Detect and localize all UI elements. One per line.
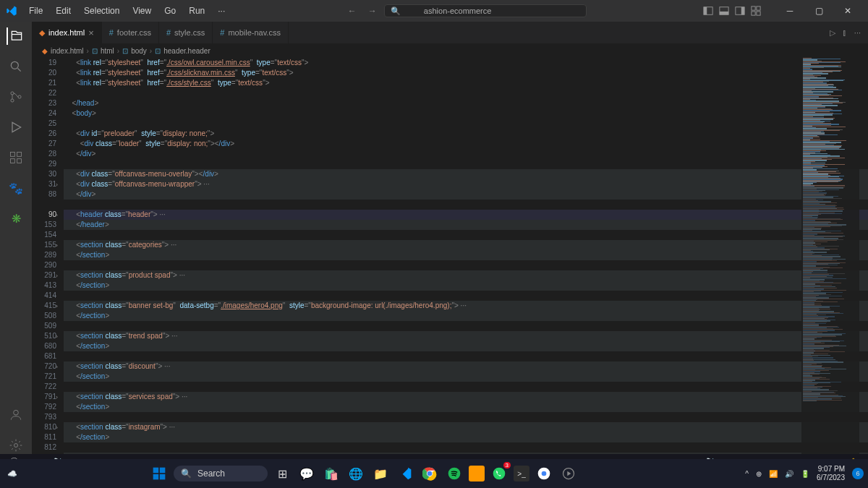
editor-area: ◆ index.html × # footer.css # style.css … (32, 22, 868, 454)
menu-selection[interactable]: Selection (78, 3, 125, 19)
explorer-icon[interactable] (7, 27, 24, 45)
start-button[interactable] (149, 463, 169, 484)
tab-index-html[interactable]: ◆ index.html × (32, 22, 102, 43)
layout-sidebar-left-icon[interactable] (703, 6, 713, 16)
search-label: Search (197, 468, 225, 479)
svg-rect-21 (160, 468, 166, 474)
svg-rect-15 (11, 159, 15, 163)
breadcrumb-item[interactable]: header.header (163, 47, 210, 55)
svg-rect-17 (17, 153, 22, 157)
menu-go[interactable]: Go (158, 3, 182, 19)
minimize-button[interactable]: ─ (775, 0, 804, 22)
element-icon: ⊡ (92, 47, 98, 55)
svg-point-19 (14, 444, 18, 448)
close-button[interactable]: ✕ (833, 0, 862, 22)
taskbar-vscode-icon[interactable] (395, 463, 415, 484)
taskbar-whatsapp-icon[interactable]: 3 (489, 463, 509, 484)
title-bar: File Edit Selection View Go Run ··· ← → … (0, 0, 868, 22)
menu-bar: File Edit Selection View Go Run ··· (23, 3, 231, 19)
svg-point-25 (427, 471, 433, 476)
tab-label: style.css (174, 28, 205, 37)
notification-count[interactable]: 6 (852, 468, 864, 479)
layout-sidebar-right-icon[interactable] (735, 6, 745, 16)
tray-wifi-icon[interactable]: 📶 (769, 470, 778, 478)
clock-date: 6/7/2023 (817, 474, 845, 482)
run-code-icon[interactable]: ▷ (830, 28, 835, 38)
minimap[interactable] (801, 58, 859, 454)
clock-time: 9:07 PM (817, 465, 845, 474)
svg-point-12 (11, 99, 14, 102)
taskbar-media-icon[interactable] (558, 463, 579, 484)
taskbar-weather[interactable]: ☁️ (7, 469, 17, 479)
tab-mobile-nav-css[interactable]: # mobile-nav.css (213, 22, 289, 43)
weather-icon: ☁️ (7, 469, 17, 479)
close-tab-icon[interactable]: × (88, 27, 94, 38)
command-center[interactable]: 🔍 ashion-ecommerce (384, 4, 587, 17)
settings-gear-icon[interactable] (7, 437, 25, 454)
source-control-icon[interactable] (7, 88, 25, 106)
svg-rect-3 (720, 12, 728, 14)
mongodb-icon[interactable]: ❋ (7, 210, 25, 227)
svg-rect-20 (153, 468, 159, 474)
pets-icon[interactable]: 🐾 (7, 179, 25, 197)
windows-taskbar: ☁️ 🔍 Search ⊞ 💬 🛍️ 🌐 📁 3 >_ ^ ⊕ 📶 🔊 🔋 9:… (0, 459, 868, 488)
css-file-icon: # (166, 28, 171, 37)
code-content[interactable]: <link rel="stylesheet" href="./css/owl.c… (64, 58, 868, 454)
accounts-icon[interactable] (7, 406, 25, 424)
taskbar-explorer-icon[interactable]: 📁 (370, 463, 391, 484)
html-file-icon: ◆ (39, 28, 45, 38)
extensions-icon[interactable] (7, 149, 25, 166)
tray-language-icon[interactable]: ⊕ (756, 470, 762, 478)
menu-edit[interactable]: Edit (50, 3, 77, 19)
svg-rect-8 (752, 12, 755, 15)
breadcrumb-item[interactable]: index.html (51, 47, 84, 55)
svg-point-11 (11, 92, 14, 95)
taskbar-chat-icon[interactable]: 💬 (297, 463, 317, 484)
svg-rect-16 (17, 159, 22, 163)
maximize-button[interactable]: ▢ (804, 0, 833, 22)
nav-forward-icon[interactable]: → (368, 6, 377, 16)
breadcrumb-item[interactable]: html (101, 47, 114, 55)
svg-rect-5 (741, 7, 744, 15)
taskbar-search[interactable]: 🔍 Search (174, 466, 268, 481)
taskbar-chrome-icon[interactable] (420, 463, 440, 484)
nav-back-icon[interactable]: ← (348, 6, 357, 16)
layout-customize-icon[interactable] (751, 6, 761, 16)
tab-style-css[interactable]: # style.css (159, 22, 213, 43)
activity-bar: 🐾 ❋ (0, 22, 32, 454)
task-view-icon[interactable]: ⊞ (272, 463, 292, 484)
tray-chevron-icon[interactable]: ^ (745, 470, 749, 478)
svg-point-27 (493, 468, 506, 480)
svg-rect-23 (160, 474, 166, 480)
menu-file[interactable]: File (23, 3, 48, 19)
tab-footer-css[interactable]: # footer.css (102, 22, 159, 43)
menu-run[interactable]: Run (183, 3, 210, 19)
menu-view[interactable]: View (127, 3, 157, 19)
taskbar-spotify-icon[interactable] (444, 463, 464, 484)
taskbar-edge-icon[interactable]: 🌐 (346, 463, 366, 484)
tab-label: footer.css (117, 28, 151, 37)
split-editor-icon[interactable]: ⫿ (843, 28, 847, 37)
breadcrumb-item[interactable]: body (131, 47, 147, 55)
tray-battery-icon[interactable]: 🔋 (801, 470, 809, 478)
taskbar-clock[interactable]: 9:07 PM 6/7/2023 (817, 465, 845, 482)
svg-point-13 (18, 95, 21, 98)
code-editor[interactable]: 19202122232425262728293031›8890›15315415… (32, 58, 868, 454)
search-icon: 🔍 (391, 7, 401, 16)
menu-more[interactable]: ··· (212, 3, 231, 19)
search-icon[interactable] (7, 58, 25, 75)
taskbar-store-icon[interactable]: 🛍️ (321, 463, 341, 484)
breadcrumb[interactable]: ◆ index.html › ⊡ html › ⊡ body › ⊡ heade… (32, 43, 868, 58)
taskbar-sublime-icon[interactable] (469, 466, 485, 481)
taskbar-terminal-icon[interactable]: >_ (514, 466, 529, 481)
search-icon: 🔍 (181, 468, 192, 479)
tab-label: mobile-nav.css (228, 28, 281, 37)
editor-tabs: ◆ index.html × # footer.css # style.css … (32, 22, 868, 43)
tray-volume-icon[interactable]: 🔊 (785, 470, 793, 478)
taskbar-chrome2-icon[interactable] (534, 463, 554, 484)
vscode-logo-icon (6, 5, 17, 17)
run-debug-icon[interactable] (7, 119, 25, 136)
element-icon: ⊡ (122, 47, 128, 55)
layout-panel-icon[interactable] (719, 6, 729, 16)
more-actions-icon[interactable]: ··· (854, 28, 861, 37)
